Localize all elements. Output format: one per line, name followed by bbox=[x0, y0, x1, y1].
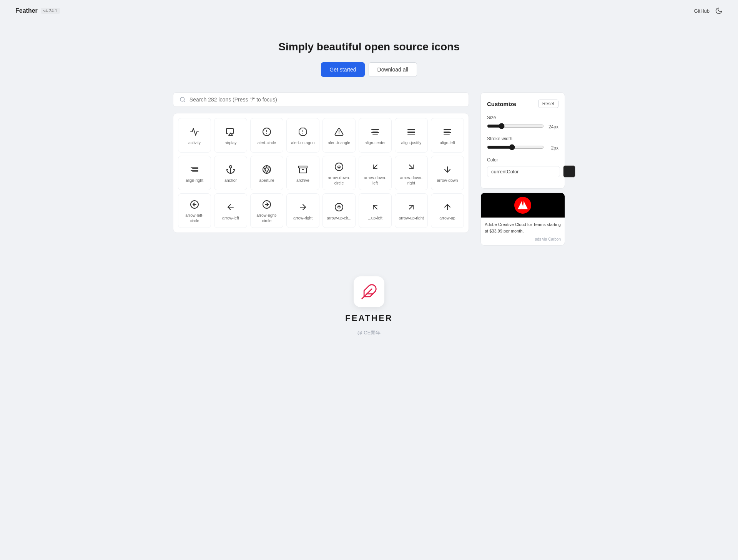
main-content: activityairplayalert-circlealert-octagon… bbox=[158, 92, 580, 269]
nav-left: Feather v4.24.1 bbox=[15, 7, 60, 14]
arrow-up-right-icon bbox=[407, 203, 416, 212]
footer: FEATHER @ CE青年 bbox=[0, 269, 738, 352]
arrow-up-left-icon bbox=[371, 203, 380, 212]
icon-card-anchor[interactable]: anchor bbox=[214, 156, 247, 190]
icon-label-arrow-down-right: arrow-down-right bbox=[398, 175, 424, 186]
arrow-right-circle-icon bbox=[262, 200, 271, 209]
activity-icon bbox=[190, 127, 199, 136]
svg-marker-2 bbox=[229, 133, 233, 135]
github-link[interactable]: GitHub bbox=[694, 8, 710, 14]
icon-card-align-center[interactable]: align-center bbox=[359, 118, 392, 153]
anchor-icon bbox=[226, 165, 235, 174]
color-swatch[interactable] bbox=[563, 165, 575, 178]
arrow-right-icon bbox=[298, 203, 308, 212]
reset-button[interactable]: Reset bbox=[538, 100, 558, 108]
icon-label-aperture: aperture bbox=[259, 178, 274, 183]
icon-card-arrow-right-circle[interactable]: arrow-right-circle bbox=[250, 193, 283, 228]
color-row: Color bbox=[487, 157, 558, 178]
icon-card-align-left[interactable]: align-left bbox=[431, 118, 464, 153]
icon-card-airplay[interactable]: airplay bbox=[214, 118, 247, 153]
icon-card-arrow-up-left[interactable]: ...up-left bbox=[359, 193, 392, 228]
icon-label-alert-octagon: alert-octagon bbox=[291, 140, 314, 146]
customize-title: Customize bbox=[487, 101, 516, 107]
icon-label-arrow-up-circle: arrow-up-cir... bbox=[327, 216, 351, 221]
arrow-down-left-icon bbox=[371, 162, 380, 171]
icon-card-arrow-left-circle[interactable]: arrow-left-circle bbox=[178, 193, 211, 228]
icon-label-arrow-up: arrow-up bbox=[439, 216, 455, 221]
ad-text: Adobe Creative Cloud for Teams starting … bbox=[481, 218, 565, 236]
icon-label-align-left: align-left bbox=[440, 140, 455, 146]
icon-card-align-right[interactable]: align-right bbox=[178, 156, 211, 190]
icon-label-alert-circle: alert-circle bbox=[258, 140, 276, 146]
theme-toggle-button[interactable] bbox=[715, 7, 723, 15]
arrow-left-circle-icon bbox=[190, 200, 199, 209]
stroke-slider[interactable] bbox=[487, 144, 544, 150]
icon-card-alert-triangle[interactable]: alert-triangle bbox=[322, 118, 356, 153]
stroke-slider-wrapper bbox=[487, 144, 544, 152]
icon-label-align-justify: align-justify bbox=[401, 140, 422, 146]
icon-label-anchor: anchor bbox=[224, 178, 237, 183]
icon-label-arrow-down-left: arrow-down-left bbox=[362, 175, 388, 186]
icon-card-arrow-up-circle[interactable]: arrow-up-cir... bbox=[322, 193, 356, 228]
icon-card-arrow-down-circle[interactable]: arrow-down-circle bbox=[322, 156, 356, 190]
icon-label-align-right: align-right bbox=[186, 178, 203, 183]
icon-label-arrow-up-left: ...up-left bbox=[368, 216, 382, 221]
icon-card-align-justify[interactable]: align-justify bbox=[395, 118, 428, 153]
customize-header: Customize Reset bbox=[487, 100, 558, 108]
icon-card-alert-circle[interactable]: alert-circle bbox=[250, 118, 283, 153]
icon-label-arrow-down: arrow-down bbox=[437, 178, 458, 183]
align-right-icon bbox=[190, 165, 199, 174]
customize-panel: Customize Reset Size 24px Stroke width bbox=[480, 92, 565, 246]
download-all-button[interactable]: Download all bbox=[369, 62, 417, 77]
icon-label-arrow-left-circle: arrow-left-circle bbox=[181, 213, 208, 223]
icon-card-arrow-up[interactable]: arrow-up bbox=[431, 193, 464, 228]
customize-box: Customize Reset Size 24px Stroke width bbox=[480, 92, 565, 189]
arrow-up-circle-icon bbox=[334, 203, 344, 212]
size-row: Size 24px bbox=[487, 115, 558, 131]
icon-card-arrow-down[interactable]: arrow-down bbox=[431, 156, 464, 190]
stroke-label: Stroke width bbox=[487, 136, 558, 141]
icon-card-archive[interactable]: archive bbox=[286, 156, 319, 190]
color-input-row bbox=[487, 165, 558, 178]
svg-rect-36 bbox=[299, 166, 307, 168]
icons-grid: activityairplayalert-circlealert-octagon… bbox=[173, 113, 469, 233]
alert-circle-icon bbox=[262, 127, 271, 136]
version-badge: v4.24.1 bbox=[41, 8, 60, 14]
size-slider[interactable] bbox=[487, 123, 544, 129]
color-text-input[interactable] bbox=[487, 166, 560, 177]
icon-card-arrow-right[interactable]: arrow-right bbox=[286, 193, 319, 228]
ad-box: Adobe Creative Cloud for Teams starting … bbox=[480, 193, 565, 246]
search-icon bbox=[180, 96, 186, 103]
icon-card-aperture[interactable]: aperture bbox=[250, 156, 283, 190]
icon-card-arrow-left[interactable]: arrow-left bbox=[214, 193, 247, 228]
size-slider-row: 24px bbox=[487, 123, 558, 131]
archive-icon bbox=[298, 165, 308, 174]
search-input[interactable] bbox=[189, 96, 462, 103]
arrow-down-circle-icon bbox=[334, 162, 344, 171]
ad-source: ads via Carbon bbox=[481, 236, 565, 245]
hero-section: Simply beautiful open source icons Get s… bbox=[0, 22, 738, 92]
svg-line-52 bbox=[409, 205, 413, 209]
icon-card-alert-octagon[interactable]: alert-octagon bbox=[286, 118, 319, 153]
brand-name: Feather bbox=[15, 7, 38, 14]
svg-line-51 bbox=[373, 205, 377, 209]
icons-panel: activityairplayalert-circlealert-octagon… bbox=[173, 92, 469, 233]
search-bar bbox=[173, 92, 469, 107]
size-value: 24px bbox=[547, 124, 558, 130]
icon-card-arrow-up-right[interactable]: arrow-up-right bbox=[395, 193, 428, 228]
adobe-logo bbox=[514, 197, 531, 214]
arrow-left-icon bbox=[226, 203, 235, 212]
alert-octagon-icon bbox=[298, 127, 308, 136]
hero-title: Simply beautiful open source icons bbox=[8, 41, 730, 53]
stroke-value: 2px bbox=[547, 145, 558, 151]
get-started-button[interactable]: Get started bbox=[321, 62, 364, 77]
hero-buttons: Get started Download all bbox=[8, 62, 730, 77]
icon-card-arrow-down-right[interactable]: arrow-down-right bbox=[395, 156, 428, 190]
ad-image bbox=[481, 193, 565, 218]
nav-right: GitHub bbox=[694, 7, 723, 15]
icon-label-arrow-right-circle: arrow-right-circle bbox=[254, 213, 280, 223]
icon-card-activity[interactable]: activity bbox=[178, 118, 211, 153]
icon-card-arrow-down-left[interactable]: arrow-down-left bbox=[359, 156, 392, 190]
align-center-icon bbox=[371, 127, 380, 136]
icon-label-airplay: airplay bbox=[225, 140, 237, 146]
